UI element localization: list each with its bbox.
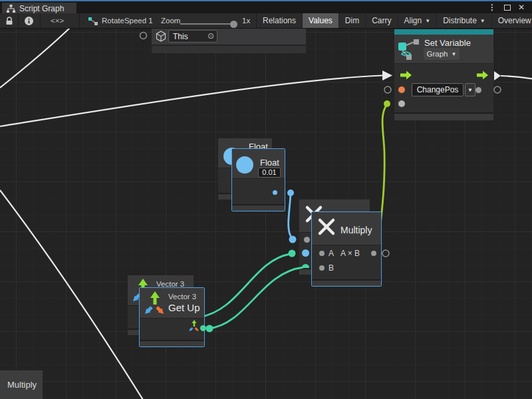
menu-icon[interactable]: ⋮ xyxy=(487,3,497,12)
button-label: Overview xyxy=(498,16,531,25)
node-title: Multiply xyxy=(340,225,372,235)
variable-kind-label: Graph xyxy=(427,50,448,58)
control-input-port[interactable] xyxy=(400,70,412,80)
carry-button[interactable]: Carry xyxy=(366,13,398,28)
zoom-label: Zoom xyxy=(161,17,180,25)
node-body xyxy=(152,46,306,53)
code-icon: <> xyxy=(401,49,410,59)
value-input-port[interactable] xyxy=(398,100,405,107)
chevron-down-icon: ▼ xyxy=(452,51,457,57)
variable-name-label: ChangePos xyxy=(417,85,459,94)
float-value: 0.01 xyxy=(262,168,276,176)
vector3-mini-icon xyxy=(189,320,199,332)
tooltip-label: Multiply xyxy=(7,380,37,390)
button-label: Relations xyxy=(263,16,296,25)
button-label: Align xyxy=(404,16,422,25)
chevron-down-icon: ▼ xyxy=(425,18,430,24)
graph-toolbar: <×> RotateSpeed 1 Zoom 1x Relations Valu… xyxy=(0,13,532,29)
variable-name-dropdown-caret[interactable]: ▼ xyxy=(465,83,475,96)
node-title: Set Variable xyxy=(424,38,471,48)
relations-button[interactable]: Relations xyxy=(257,13,303,28)
input-port-a[interactable] xyxy=(319,251,325,256)
input-port-b[interactable] xyxy=(319,265,325,271)
node-type-label: Vector 3 xyxy=(168,293,196,301)
button-label: Dim xyxy=(345,16,359,25)
unity-visual-scripting-window: Float Multiply Vector 3 Get Up xyxy=(0,0,532,399)
this-object-field[interactable]: This ⊙ xyxy=(168,30,217,43)
node-title: Float xyxy=(260,158,279,168)
zoom-slider-knob[interactable] xyxy=(230,21,237,28)
control-output-port[interactable] xyxy=(476,70,489,80)
float-node[interactable]: Float 0.01 xyxy=(231,148,285,211)
info-icon[interactable] xyxy=(25,17,33,25)
zoom-slider[interactable] xyxy=(180,23,237,25)
variable-kind-dropdown[interactable]: Graph ▼ xyxy=(424,48,460,60)
getup-node[interactable]: Vector 3 Get Up xyxy=(139,287,205,347)
toolbar-mode-buttons: Relations Values Dim Carry Align▼ Distri… xyxy=(257,13,532,28)
this-node[interactable]: This ⊙ xyxy=(152,28,306,53)
chevron-down-icon: ▼ xyxy=(467,87,473,93)
button-label: Values xyxy=(309,16,332,25)
overview-button[interactable]: Overview xyxy=(492,13,532,28)
input-port[interactable] xyxy=(304,237,310,243)
this-field-value: This xyxy=(173,32,188,41)
graph-breadcrumb[interactable]: RotateSpeed 1 xyxy=(102,17,153,25)
code-view-icon[interactable]: <×> xyxy=(51,17,64,25)
maximize-icon[interactable] xyxy=(504,5,511,11)
object-picker-icon[interactable]: ⊙ xyxy=(207,31,214,41)
distribute-button[interactable]: Distribute▼ xyxy=(437,13,492,28)
chevron-down-icon: ▼ xyxy=(480,18,485,24)
node-footer xyxy=(232,204,285,211)
output-port-result[interactable] xyxy=(371,251,376,256)
port-b-label: B xyxy=(329,263,334,273)
float-output-port[interactable] xyxy=(273,190,277,195)
node-footer xyxy=(140,340,204,346)
node-footer xyxy=(312,279,381,286)
multiply-node[interactable]: Multiply A A × B B xyxy=(311,211,382,287)
script-graph-icon xyxy=(7,5,15,13)
tab-bar: Script Graph ⋮ ✕ xyxy=(0,0,532,13)
graph-breadcrumb-icon xyxy=(88,17,98,26)
values-button[interactable]: Values xyxy=(303,13,339,28)
dim-button[interactable]: Dim xyxy=(339,13,366,28)
gameobject-cube-icon xyxy=(156,31,166,42)
port-result-label: A × B xyxy=(340,249,360,258)
lock-icon[interactable] xyxy=(5,17,13,25)
vector-output-port[interactable] xyxy=(200,325,206,331)
variable-name-dropdown[interactable]: ChangePos xyxy=(412,83,464,96)
align-button[interactable]: Align▼ xyxy=(398,13,438,28)
node-title: Get Up xyxy=(168,302,200,313)
port-a-label: A xyxy=(329,249,334,258)
node-accent-bar xyxy=(394,29,493,35)
zoom-value: 1x xyxy=(242,17,250,25)
node-tooltip: Multiply xyxy=(0,370,43,399)
close-icon[interactable]: ✕ xyxy=(516,3,527,12)
button-label: Distribute xyxy=(443,16,477,25)
tab-title: Script Graph xyxy=(19,4,64,13)
variable-name-out-dot[interactable] xyxy=(475,87,481,93)
set-variable-node[interactable]: <> Set Variable Graph ▼ ChangePos ▼ xyxy=(394,29,493,120)
node-footer xyxy=(394,112,493,120)
vector3-icon xyxy=(144,291,164,315)
variable-name-port[interactable] xyxy=(398,86,405,93)
float-icon xyxy=(236,156,253,174)
float-value-field[interactable]: 0.01 xyxy=(258,168,281,178)
multiply-icon xyxy=(317,217,336,236)
input-port-float[interactable] xyxy=(302,249,309,257)
button-label: Carry xyxy=(372,16,391,25)
